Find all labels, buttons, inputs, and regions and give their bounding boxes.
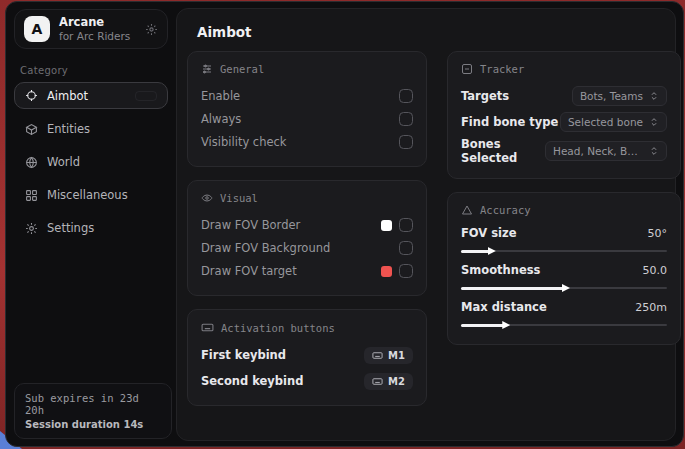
main-content: Aimbot General xyxy=(176,8,676,441)
panel-title: Visual xyxy=(220,192,258,204)
setting-row-fov-target: Draw FOV target xyxy=(201,260,413,282)
sliders-icon xyxy=(201,63,213,75)
setting-row-max-distance: Max distance 250m xyxy=(461,300,667,329)
sidebar-item-label: Miscellaneous xyxy=(47,188,128,202)
panel-general: General Enable Always Visibility check xyxy=(187,51,427,167)
app-name: Arcane xyxy=(59,15,136,29)
sidebar-nav: Aimbot Entities World xyxy=(6,82,176,244)
keyboard-icon xyxy=(372,350,383,361)
panel-activation-buttons: Activation buttons First keybind xyxy=(187,309,427,406)
setting-row-fov-size: FOV size 50° xyxy=(461,226,667,255)
fov-size-value: 50° xyxy=(648,227,668,240)
chevrons-up-down-icon xyxy=(649,117,659,127)
panel-title: Accuracy xyxy=(480,204,531,216)
bones-selected-dropdown[interactable]: Head, Neck, Body, Fe... xyxy=(545,141,667,161)
fov-background-checkbox[interactable] xyxy=(399,241,413,255)
sidebar-item-world[interactable]: World xyxy=(14,149,168,175)
fov-size-slider[interactable] xyxy=(461,247,667,255)
fov-border-checkbox[interactable] xyxy=(399,218,413,232)
globe-icon xyxy=(24,156,38,169)
slider-thumb[interactable] xyxy=(502,321,510,329)
gear-icon[interactable] xyxy=(145,23,158,36)
gear-icon xyxy=(24,222,38,235)
smoothness-slider[interactable] xyxy=(461,284,667,292)
fov-target-checkbox[interactable] xyxy=(399,264,413,278)
sub-expiry-text: Sub expires in 23d 20h xyxy=(25,392,161,416)
panel-visual: Visual Draw FOV Border Draw FOV Backgrou… xyxy=(187,180,427,296)
app-logo: A xyxy=(24,16,50,42)
fov-target-color-swatch[interactable] xyxy=(381,266,392,277)
targets-dropdown[interactable]: Bots, Teams xyxy=(572,86,667,106)
panel-title: General xyxy=(220,63,264,75)
sidebar-item-miscellaneous[interactable]: Miscellaneous xyxy=(14,182,168,208)
slider-thumb[interactable] xyxy=(562,284,570,292)
subscription-info: Sub expires in 23d 20h Session duration … xyxy=(14,383,172,439)
max-distance-value: 250m xyxy=(635,301,667,314)
sidebar-item-label: World xyxy=(47,155,80,169)
grid-icon xyxy=(24,189,38,202)
sidebar-item-entities[interactable]: Entities xyxy=(14,116,168,142)
brand-card: A Arcane for Arc Riders xyxy=(14,9,168,49)
aimbot-keybind-hint xyxy=(135,91,157,101)
setting-row-visibility-check: Visibility check xyxy=(201,131,413,153)
keyboard-icon xyxy=(201,321,214,334)
entities-icon xyxy=(24,123,38,136)
fov-border-color-swatch[interactable] xyxy=(381,220,392,231)
smoothness-value: 50.0 xyxy=(643,264,668,277)
setting-row-first-keybind: First keybind M1 xyxy=(201,344,413,366)
app-window: A Arcane for Arc Riders Category xyxy=(5,1,684,447)
slider-thumb[interactable] xyxy=(488,247,496,255)
setting-row-always: Always xyxy=(201,108,413,130)
page-title: Aimbot xyxy=(197,24,675,40)
setting-row-find-bone-type: Find bone type Selected bone xyxy=(461,111,667,133)
keyboard-icon xyxy=(372,376,383,387)
sidebar: A Arcane for Arc Riders Category xyxy=(6,2,176,446)
sidebar-item-label: Aimbot xyxy=(47,89,88,103)
setting-row-fov-background: Draw FOV Background xyxy=(201,237,413,259)
chevrons-up-down-icon xyxy=(649,91,659,101)
chevrons-up-down-icon xyxy=(649,146,659,156)
sidebar-item-label: Settings xyxy=(47,221,94,235)
crosshair-icon xyxy=(24,89,38,102)
triangle-icon xyxy=(461,204,473,216)
session-duration-text: Session duration 14s xyxy=(25,419,161,430)
max-distance-slider[interactable] xyxy=(461,321,667,329)
sidebar-item-settings[interactable]: Settings xyxy=(14,215,168,241)
setting-row-second-keybind: Second keybind M2 xyxy=(201,370,413,392)
always-checkbox[interactable] xyxy=(399,112,413,126)
panel-title: Activation buttons xyxy=(221,322,335,334)
panel-tracker: Tracker Targets Bots, Teams xyxy=(447,51,681,179)
tracker-icon xyxy=(461,63,473,75)
eye-icon xyxy=(201,192,213,204)
visibility-check-checkbox[interactable] xyxy=(399,135,413,149)
first-keybind-button[interactable]: M1 xyxy=(364,347,413,364)
app-subtitle: for Arc Riders xyxy=(59,30,136,43)
sidebar-item-aimbot[interactable]: Aimbot xyxy=(14,82,168,109)
setting-row-fov-border: Draw FOV Border xyxy=(201,214,413,236)
setting-row-targets: Targets Bots, Teams xyxy=(461,85,667,107)
find-bone-type-dropdown[interactable]: Selected bone xyxy=(560,112,667,132)
setting-row-enable: Enable xyxy=(201,85,413,107)
second-keybind-button[interactable]: M2 xyxy=(364,373,413,390)
panel-title: Tracker xyxy=(480,63,524,75)
setting-row-smoothness: Smoothness 50.0 xyxy=(461,263,667,292)
sidebar-item-label: Entities xyxy=(47,122,90,136)
category-label: Category xyxy=(20,65,176,76)
panel-accuracy: Accuracy FOV size 50° xyxy=(447,192,681,345)
setting-row-bones-selected: Bones Selected Head, Neck, Body, Fe... xyxy=(461,137,667,165)
enable-checkbox[interactable] xyxy=(399,89,413,103)
